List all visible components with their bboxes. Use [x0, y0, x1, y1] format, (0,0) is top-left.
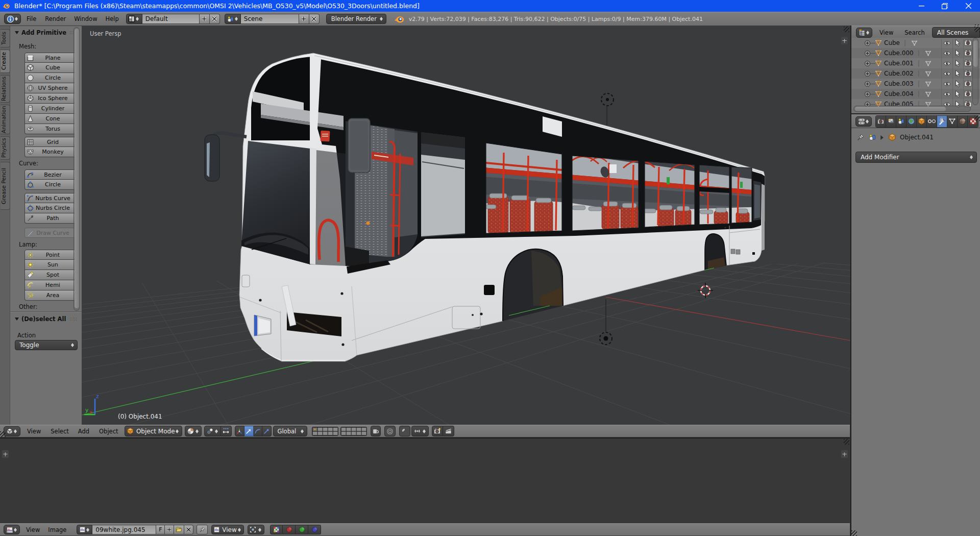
add-hemi-lamp-button[interactable]: Hemi — [24, 280, 79, 290]
minimize-button[interactable] — [910, 0, 933, 12]
area-corner-icon[interactable] — [974, 27, 980, 32]
orientation-dropdown[interactable]: Global — [273, 426, 307, 436]
editor-type-image-button[interactable] — [4, 525, 20, 534]
tab-create[interactable]: Create — [1, 50, 10, 73]
close-button[interactable] — [957, 0, 980, 12]
panel-add-primitive-header[interactable]: Add Primitive — [15, 29, 77, 36]
image-open-button[interactable] — [174, 525, 184, 534]
add-area-lamp-button[interactable]: Area — [24, 290, 79, 301]
manipulator-translate-button[interactable] — [244, 426, 254, 436]
selectable-cursor-icon[interactable] — [955, 80, 961, 87]
viewport-shading-dropdown[interactable] — [185, 426, 202, 436]
outliner-item[interactable]: Cube.001 | — [851, 58, 980, 68]
toolshelf-scrollbar[interactable] — [74, 27, 80, 311]
pivot-center-dropdown[interactable] — [204, 426, 221, 436]
visibility-eye-icon[interactable] — [943, 61, 951, 66]
tab-world[interactable] — [906, 115, 917, 128]
add-monkey-button[interactable]: Monkey — [24, 147, 79, 157]
tab-material[interactable] — [958, 115, 968, 128]
visibility-eye-icon[interactable] — [943, 40, 951, 46]
add-nurbs-circle-button[interactable]: Nurbs Circle — [24, 203, 79, 213]
viewport-3d-scene[interactable]: zyx — [82, 26, 850, 425]
action-dropdown[interactable]: Toggle — [15, 340, 78, 350]
layers-widget[interactable] — [312, 427, 367, 436]
renderable-camera-icon[interactable] — [964, 39, 972, 46]
scene-add-button[interactable] — [299, 14, 309, 24]
menu-outliner-view[interactable]: View — [876, 29, 896, 36]
image-unlink-button[interactable] — [184, 525, 193, 534]
restore-button[interactable] — [933, 0, 957, 12]
scene-delete-button[interactable] — [309, 14, 320, 24]
outliner-item[interactable]: Cube.003 | — [851, 79, 980, 89]
image-name-field[interactable]: 09white.jpg.045 — [92, 525, 156, 534]
menu-render[interactable]: Render — [42, 15, 69, 22]
expand-properties-region-button[interactable]: + — [841, 36, 848, 45]
snap-element-dropdown[interactable] — [411, 426, 429, 436]
image-browse-button[interactable] — [77, 525, 92, 534]
tab-animation[interactable]: Animation — [1, 105, 10, 134]
add-ico-sphere-button[interactable]: Ico Sphere — [24, 93, 79, 104]
visibility-eye-icon[interactable] — [943, 81, 951, 87]
tab-relations[interactable]: Relations — [1, 75, 10, 103]
outliner-item[interactable]: Cube | — [851, 38, 980, 48]
manipulator-scale-button[interactable] — [262, 426, 272, 436]
opengl-render-anim-button[interactable] — [443, 426, 454, 436]
draw-channel-color-alpha-button[interactable] — [270, 525, 283, 534]
outliner-hscrollbar[interactable] — [853, 106, 971, 112]
menu-window[interactable]: Window — [71, 15, 100, 22]
visibility-eye-icon[interactable] — [943, 51, 951, 56]
tab-tools[interactable]: Tools — [1, 29, 10, 47]
panel-drag-dots-icon[interactable] — [70, 318, 77, 321]
add-torus-button[interactable]: Torus — [24, 124, 79, 134]
menu-image-view[interactable]: View — [23, 526, 43, 533]
proportional-edit-button[interactable] — [384, 426, 396, 436]
menu-help[interactable]: Help — [103, 15, 122, 22]
add-curve-circle-button[interactable]: Circle — [24, 180, 79, 190]
object-breadcrumb-icon[interactable] — [888, 133, 896, 141]
draw-channel-red-button[interactable] — [283, 525, 296, 534]
add-sun-lamp-button[interactable]: Sun — [24, 260, 79, 270]
window-title-bar[interactable]: Blender* [C:\Program Files (x86)\Steam\s… — [0, 0, 980, 12]
viewport-3d[interactable]: zyx User Persp (0) Object.041 + — [82, 26, 850, 425]
add-uv-sphere-button[interactable]: UV Sphere — [24, 83, 79, 93]
manipulator-axis-button[interactable] — [235, 426, 244, 436]
panel-deselect-header[interactable]: (De)select All — [15, 315, 77, 323]
expand-region-left-button[interactable]: + — [2, 450, 9, 458]
tab-object[interactable] — [917, 115, 927, 128]
add-cube-button[interactable]: Cube — [24, 63, 79, 73]
expand-region-right-button[interactable]: + — [841, 450, 848, 458]
opengl-render-button[interactable] — [432, 426, 443, 436]
add-modifier-dropdown[interactable]: Add Modifier — [855, 152, 977, 163]
layout-name-field[interactable]: Default — [142, 14, 200, 24]
tab-scene[interactable] — [896, 115, 906, 128]
draw-channel-green-button[interactable] — [296, 525, 308, 534]
menu-view3d-add[interactable]: Add — [75, 428, 92, 435]
menu-view3d-view[interactable]: View — [24, 428, 44, 435]
menu-outliner-search[interactable]: Search — [901, 29, 928, 36]
scene-name-field[interactable]: Scene — [241, 14, 299, 24]
renderable-camera-icon[interactable] — [964, 50, 972, 56]
selectable-cursor-icon[interactable] — [955, 60, 961, 67]
tab-modifiers[interactable] — [937, 115, 947, 128]
add-path-button[interactable]: Path — [24, 213, 79, 224]
add-circle-button[interactable]: Circle — [24, 73, 79, 83]
menu-image-image[interactable]: Image — [45, 526, 69, 533]
scrollbar-thumb[interactable] — [855, 107, 946, 111]
editor-type-properties-button[interactable] — [855, 116, 872, 127]
tab-physics[interactable]: Physics — [1, 136, 10, 160]
add-point-lamp-button[interactable]: Point — [24, 250, 79, 260]
outliner-filter-dropdown[interactable]: All Scenes — [932, 27, 980, 38]
pin-icon[interactable] — [856, 133, 865, 141]
selectable-cursor-icon[interactable] — [955, 90, 961, 98]
renderable-camera-icon[interactable] — [964, 60, 972, 66]
renderable-camera-icon[interactable] — [964, 80, 972, 87]
selectable-cursor-icon[interactable] — [955, 70, 961, 77]
outliner-vscrollbar[interactable] — [972, 38, 978, 105]
tab-grease-pencil[interactable]: Grease Pencil — [1, 162, 10, 210]
visibility-eye-icon[interactable] — [943, 91, 951, 97]
tab-data[interactable] — [947, 115, 958, 128]
scrollbar-thumb[interactable] — [973, 40, 978, 67]
renderable-camera-icon[interactable] — [964, 90, 972, 97]
draw-channel-blue-button[interactable] — [308, 525, 321, 534]
add-cone-button[interactable]: Cone — [24, 114, 79, 124]
